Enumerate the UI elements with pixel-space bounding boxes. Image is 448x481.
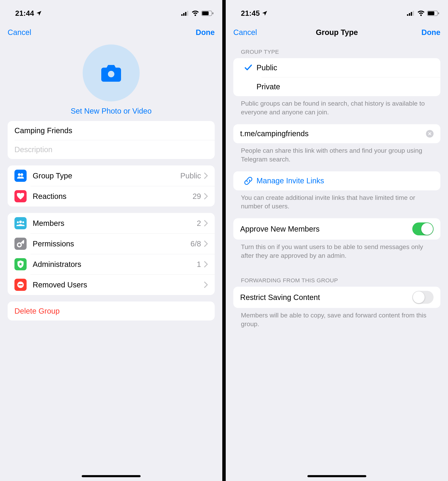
home-indicator [307,475,366,477]
restrict-saving-footer: Members will be able to copy, save and f… [226,308,448,329]
type-reactions-group: Group Type Public Reactions 29 [8,165,215,206]
svg-rect-19 [411,12,412,16]
group-icon [15,170,27,182]
delete-group: Delete Group [8,301,215,321]
group-type-screen: 21:45 Cancel Group Type Done GROUP TYPE … [226,0,448,481]
status-time: 21:45 [241,9,267,17]
chevron-right-icon [204,282,208,288]
status-bar: 21:45 [226,0,448,23]
permissions-value: 6/8 [190,240,201,248]
group-name-cell[interactable] [8,121,215,140]
permissions-row[interactable]: Permissions 6/8 [8,233,215,254]
cellular-icon [407,11,415,16]
removed-users-row[interactable]: Removed Users [8,275,215,295]
invite-links-group: Manage Invite Links [233,171,440,190]
svg-rect-5 [202,11,209,15]
location-icon [262,10,267,16]
svg-point-10 [21,173,23,176]
administrators-label: Administrators [33,260,197,269]
cancel-button[interactable]: Cancel [233,28,257,37]
group-description-input[interactable] [15,145,208,154]
svg-rect-3 [187,11,188,16]
cellular-icon [181,11,189,16]
checkmark-icon [244,64,252,71]
chevron-right-icon [204,220,208,226]
shield-icon [15,258,27,270]
delete-group-label: Delete Group [15,307,60,315]
group-type-row[interactable]: Group Type Public [8,165,215,186]
restrict-saving-toggle[interactable] [412,291,433,304]
cancel-button[interactable]: Cancel [8,28,31,37]
done-button[interactable]: Done [421,28,440,37]
private-label: Private [257,83,433,91]
svg-rect-6 [213,12,213,14]
reactions-value: 29 [193,192,201,201]
done-button[interactable]: Done [196,28,215,37]
members-label: Members [33,219,197,228]
group-type-value: Public [180,172,201,180]
svg-rect-23 [438,12,439,14]
members-value: 2 [197,219,201,228]
wifi-icon [191,11,199,16]
status-icons [407,11,439,16]
manage-invite-links-row[interactable]: Manage Invite Links [233,171,440,190]
navbar-title: Group Type [226,28,448,37]
camera-icon [100,63,122,83]
link-icon-container [240,176,257,186]
navbar: Cancel Group Type Done [226,23,448,42]
avatar-placeholder[interactable] [83,45,140,101]
svg-rect-2 [185,12,186,16]
group-type-options: Public Private [233,58,440,96]
chevron-right-icon [204,173,208,179]
group-edit-screen: 21:44 Cancel Done Set New Photo or Vid [0,0,222,481]
chevron-right-icon [204,193,208,199]
public-link-footer: People can share this link with others a… [226,143,448,164]
chevron-right-icon [204,261,208,267]
restrict-saving-label: Restrict Saving Content [240,293,412,302]
reactions-label: Reactions [33,192,193,201]
clear-link-button[interactable] [426,130,433,137]
reactions-row[interactable]: Reactions 29 [8,186,215,206]
administrators-row[interactable]: Administrators 1 [8,254,215,275]
members-row[interactable]: Members 2 [8,213,215,233]
navbar: Cancel Done [0,23,222,42]
battery-icon [427,11,439,16]
group-type-label: Group Type [33,172,180,180]
restrict-saving-row: Restrict Saving Content [233,287,440,308]
public-option[interactable]: Public [233,58,440,77]
avatar-block: Set New Photo or Video [0,42,222,121]
group-name-input[interactable] [15,126,208,135]
x-icon [428,132,432,135]
svg-rect-17 [407,14,408,16]
group-description-cell[interactable] [8,140,215,159]
administrators-value: 1 [197,260,201,269]
home-indicator [82,475,141,477]
public-link-row[interactable]: t.me/campingfriends [233,124,440,143]
set-photo-button[interactable]: Set New Photo or Video [71,107,152,115]
public-link-group: t.me/campingfriends [233,124,440,143]
public-link-text: t.me/campingfriends [240,129,426,138]
invite-links-footer: You can create additional invite links t… [226,190,448,211]
status-time-text: 21:44 [15,9,34,17]
svg-point-13 [22,221,24,223]
approve-members-toggle[interactable] [412,222,433,235]
group-type-header: GROUP TYPE [226,42,448,58]
svg-rect-1 [183,13,184,16]
chevron-right-icon [204,240,208,247]
battery-icon [201,11,213,16]
public-label: Public [257,63,433,72]
approve-members-label: Approve New Members [240,225,412,233]
private-option[interactable]: Private [233,77,440,96]
group-type-footer: Public groups can be found in search, ch… [226,96,448,117]
status-icons [181,11,213,16]
restrict-saving-group: Restrict Saving Content [233,287,440,308]
link-icon [243,176,253,186]
screenshot-divider [222,0,226,481]
approve-members-footer: Turn this on if you want users to be abl… [226,240,448,260]
delete-group-row[interactable]: Delete Group [8,301,215,321]
minus-circle-icon [15,279,27,291]
status-time: 21:44 [15,9,42,17]
svg-rect-16 [18,284,23,285]
approve-members-group: Approve New Members [233,218,440,240]
removed-users-label: Removed Users [33,281,204,289]
